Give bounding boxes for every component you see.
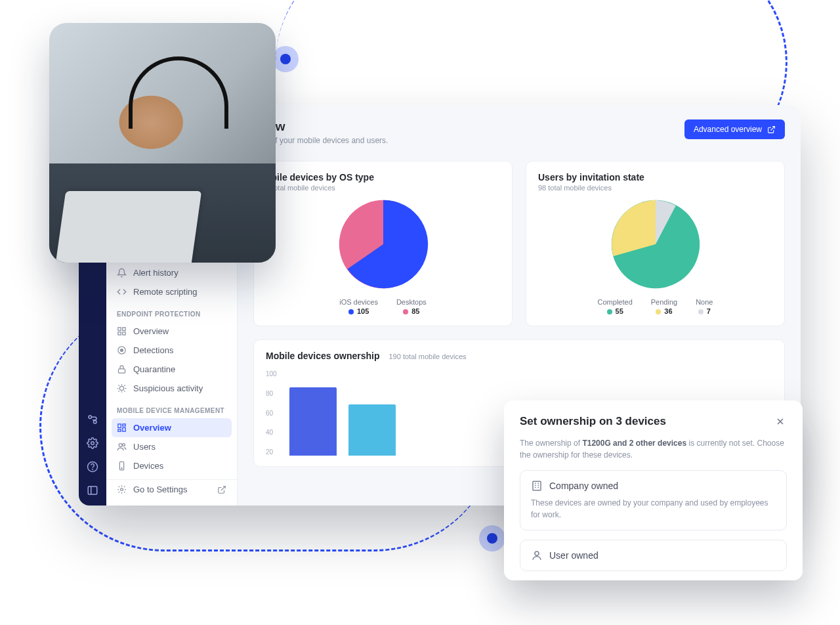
lock-icon bbox=[117, 364, 127, 374]
modal-title: Set ownership on 3 devices bbox=[520, 415, 666, 428]
connector-node-bottom bbox=[479, 525, 505, 551]
button-label: Advanced overview bbox=[694, 125, 762, 134]
sidebar-item-suspicious[interactable]: Suspicious activity bbox=[106, 379, 237, 398]
sidebar-item-mdm-overview[interactable]: Overview bbox=[112, 418, 232, 437]
sidebar-item-mdm-users[interactable]: Users bbox=[106, 437, 237, 456]
card-users-by-invite: Users by invitation state 98 total mobil… bbox=[526, 161, 785, 326]
dashboard-icon bbox=[117, 423, 127, 433]
users-icon bbox=[117, 442, 127, 452]
svg-rect-29 bbox=[533, 481, 541, 490]
svg-rect-7 bbox=[123, 328, 125, 330]
svg-rect-14 bbox=[118, 424, 121, 428]
page-header: rview nary of your mobile devices and us… bbox=[253, 119, 785, 145]
sidebar-section-mdm: MOBILE DEVICE MANAGEMENT bbox=[106, 398, 237, 418]
svg-point-19 bbox=[123, 444, 125, 446]
integrations-icon[interactable] bbox=[87, 414, 98, 425]
svg-point-18 bbox=[119, 444, 122, 447]
close-button[interactable] bbox=[774, 415, 787, 431]
sidebar-item-detections[interactable]: Detections bbox=[106, 341, 237, 360]
sidebar-item-ep-overview[interactable]: Overview bbox=[106, 322, 237, 341]
grid-icon bbox=[117, 326, 127, 336]
sidebar-item-remote-scripting[interactable]: Remote scripting bbox=[106, 282, 237, 301]
svg-rect-6 bbox=[118, 328, 121, 330]
svg-rect-5 bbox=[88, 486, 97, 494]
target-icon bbox=[117, 345, 127, 355]
svg-line-24 bbox=[770, 126, 774, 130]
pie-chart-os bbox=[337, 198, 429, 290]
settings-icon[interactable] bbox=[87, 437, 98, 449]
sidebar-item-label: Suspicious activity bbox=[133, 383, 203, 393]
card-title: Mobile devices ownership bbox=[266, 351, 380, 361]
sidebar-item-alert-history[interactable]: Alert history bbox=[106, 263, 237, 282]
gear-icon bbox=[117, 485, 127, 494]
user-icon bbox=[531, 550, 543, 561]
building-icon bbox=[531, 480, 543, 492]
y-axis: 10080604020 bbox=[266, 370, 277, 456]
external-link-icon bbox=[217, 485, 226, 494]
option-user-owned[interactable]: User owned bbox=[520, 540, 787, 571]
bell-icon bbox=[117, 268, 127, 278]
option-company-owned[interactable]: Company owned These devices are owned by… bbox=[520, 470, 787, 530]
legend-entry-pending: Pending 36 bbox=[651, 298, 677, 315]
sidebar-item-label: Overview bbox=[133, 423, 171, 433]
svg-rect-12 bbox=[119, 369, 125, 373]
legend-os: iOS devices 105 Desktops 85 bbox=[266, 298, 500, 315]
bar-user bbox=[348, 404, 396, 456]
close-icon bbox=[775, 416, 786, 427]
svg-rect-8 bbox=[118, 332, 121, 335]
legend-entry-desktop: Desktops 85 bbox=[396, 298, 427, 315]
collapse-icon[interactable] bbox=[87, 485, 98, 496]
sidebar-item-label: Users bbox=[133, 442, 156, 452]
help-icon[interactable] bbox=[87, 461, 98, 473]
ownership-modal: Set ownership on 3 devices The ownership… bbox=[504, 400, 803, 580]
modal-description: The ownership of T1200G and 2 other devi… bbox=[520, 437, 787, 461]
card-title: obile devices by OS type bbox=[266, 172, 500, 183]
legend-users: Completed 55 Pending 36 None 7 bbox=[538, 298, 772, 315]
svg-line-23 bbox=[220, 486, 224, 490]
svg-point-2 bbox=[91, 442, 94, 445]
sidebar-go-settings[interactable]: Go to Settings bbox=[106, 479, 237, 499]
legend-entry-none: None 7 bbox=[696, 298, 713, 315]
support-agent-photo bbox=[49, 23, 276, 263]
external-link-icon bbox=[767, 125, 776, 134]
option-title: Company owned bbox=[549, 481, 618, 491]
card-subtitle: 190 total mobile devices bbox=[389, 353, 467, 360]
sidebar-section-endpoint: ENDPOINT PROTECTION bbox=[106, 301, 237, 322]
sidebar-item-mdm-devices[interactable]: Devices bbox=[106, 456, 237, 475]
card-devices-by-os: obile devices by OS type 0 total mobile … bbox=[253, 161, 513, 326]
sidebar-item-label: Detections bbox=[133, 345, 173, 355]
card-title: Users by invitation state bbox=[538, 172, 772, 183]
sidebar-item-label: Alert history bbox=[133, 268, 178, 278]
option-body: These devices are owned by your company … bbox=[531, 497, 776, 521]
bug-icon bbox=[117, 383, 127, 393]
sidebar-item-label: Devices bbox=[133, 461, 163, 471]
svg-point-1 bbox=[94, 421, 97, 424]
phone-icon bbox=[117, 461, 127, 471]
legend-entry-ios: iOS devices 105 bbox=[339, 298, 378, 315]
option-title: User owned bbox=[549, 550, 598, 561]
svg-point-4 bbox=[93, 469, 93, 469]
bar-company bbox=[289, 387, 337, 456]
sidebar-item-label: Remote scripting bbox=[133, 287, 198, 297]
card-subtitle: 98 total mobile devices bbox=[538, 184, 772, 192]
sidebar-item-quarantine[interactable]: Quarantine bbox=[106, 360, 237, 379]
svg-point-30 bbox=[535, 551, 539, 555]
svg-point-11 bbox=[121, 349, 123, 352]
sidebar-item-label: Quarantine bbox=[133, 364, 175, 374]
svg-point-13 bbox=[119, 386, 123, 390]
pie-chart-users bbox=[610, 198, 702, 290]
connector-node-top bbox=[272, 46, 299, 72]
code-icon bbox=[117, 287, 127, 297]
legend-entry-completed: Completed 55 bbox=[598, 298, 633, 315]
svg-point-21 bbox=[121, 468, 122, 469]
sidebar-item-label: Go to Settings bbox=[133, 485, 187, 494]
svg-rect-15 bbox=[123, 424, 125, 426]
svg-rect-16 bbox=[123, 428, 125, 432]
advanced-overview-button[interactable]: Advanced overview bbox=[684, 119, 785, 139]
svg-point-22 bbox=[121, 488, 123, 491]
card-subtitle: 0 total mobile devices bbox=[266, 184, 500, 192]
sidebar-item-label: Overview bbox=[133, 326, 169, 336]
svg-point-0 bbox=[89, 416, 92, 419]
svg-rect-17 bbox=[118, 429, 121, 431]
svg-rect-9 bbox=[123, 332, 125, 335]
